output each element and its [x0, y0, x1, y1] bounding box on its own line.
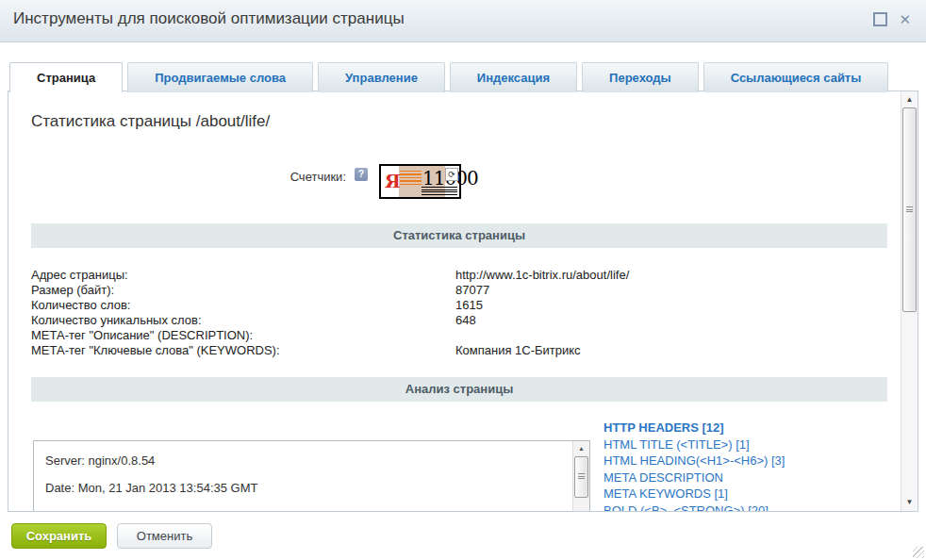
- tab-content-panel: Статистика страницы /about/life/ Счетчик…: [8, 91, 918, 512]
- link-html-title[interactable]: HTML TITLE (<TITLE>) [1]: [604, 436, 905, 453]
- window-controls: ✕: [873, 12, 911, 26]
- scroll-up-icon[interactable]: ▲: [901, 92, 918, 107]
- link-bold-tags[interactable]: BOLD (<B>, <STRONG>) [20]: [604, 502, 905, 513]
- yandex-counter-badge[interactable]: Я 11000 ⟳: [379, 164, 461, 199]
- thumb-grip: [578, 473, 585, 481]
- table-row: Размер (байт): 87077: [31, 283, 899, 298]
- http-headers-box[interactable]: Server: nginx/0.8.54 Date: Mon, 21 Jan 2…: [33, 440, 590, 512]
- analysis-links-list: HTTP HEADERS [12] HTML TITLE (<TITLE>) […: [604, 420, 905, 512]
- cancel-button[interactable]: Отменить: [117, 523, 212, 549]
- scroll-thumb[interactable]: [902, 107, 917, 312]
- tab-page[interactable]: Страница: [9, 62, 123, 92]
- maximize-icon[interactable]: [873, 12, 887, 26]
- thumb-grip: [906, 206, 913, 214]
- tab-referring-sites[interactable]: Ссылающиеся сайты: [703, 62, 889, 92]
- tab-promoted-words[interactable]: Продвигаемые слова: [127, 62, 313, 92]
- link-http-headers[interactable]: HTTP HEADERS [12]: [604, 420, 905, 436]
- badge-lines: [422, 187, 457, 195]
- page-heading: Статистика страницы /about/life/: [31, 112, 270, 131]
- tab-management[interactable]: Управление: [318, 62, 445, 92]
- scroll-up-icon[interactable]: ▲: [573, 441, 589, 456]
- close-icon[interactable]: ✕: [899, 12, 911, 26]
- stat-value: 87077: [455, 283, 489, 298]
- stat-label: МЕТА-тег "Ключевые слова" (KEYWORDS):: [31, 343, 455, 358]
- counters-label: Счетчики:: [31, 164, 346, 184]
- stat-label: Размер (байт):: [31, 283, 455, 298]
- table-row: Количество слов: 1615: [31, 298, 899, 313]
- dialog-footer: Сохранить Отменить: [0, 512, 926, 560]
- save-button[interactable]: Сохранить: [11, 523, 107, 549]
- stat-label: Количество уникальных слов:: [31, 313, 455, 328]
- yandex-logo-letter: Я: [385, 170, 401, 192]
- link-html-heading[interactable]: HTML HEADING(<H1>-<H6>) [3]: [604, 453, 905, 469]
- dialog-title: Инструменты для поисковой оптимизации ст…: [13, 9, 405, 28]
- stats-section-header: Статистика страницы: [31, 223, 887, 248]
- table-row: МЕТА-тег "Описание" (DESCRIPTION):: [31, 328, 899, 343]
- badge-stripes: [400, 171, 422, 185]
- analysis-section-header: Анализ страницы: [31, 377, 887, 402]
- counters-row: Счетчики: ? Я 11000 ⟳: [31, 164, 461, 199]
- stat-label: МЕТА-тег "Описание" (DESCRIPTION):: [31, 328, 455, 343]
- scroll-down-icon[interactable]: ▼: [901, 495, 918, 510]
- stats-table: Адрес страницы: http://www.1c-bitrix.ru/…: [31, 268, 899, 358]
- table-row: Количество уникальных слов: 648: [31, 313, 899, 328]
- tab-indexing[interactable]: Индексация: [450, 62, 577, 92]
- header-line: Date: Mon, 21 Jan 2013 13:54:35 GMT: [45, 482, 578, 495]
- header-line: Server: nginx/0.8.54: [45, 454, 578, 468]
- table-row: МЕТА-тег "Ключевые слова" (KEYWORDS): Ко…: [31, 343, 899, 358]
- http-headers-text: Server: nginx/0.8.54 Date: Mon, 21 Jan 2…: [34, 441, 589, 512]
- tab-transitions[interactable]: Переходы: [582, 62, 699, 92]
- box-scrollbar[interactable]: ▲: [572, 441, 589, 512]
- link-meta-keywords[interactable]: META KEYWORDS [1]: [604, 486, 905, 502]
- dialog-titlebar: Инструменты для поисковой оптимизации ст…: [0, 0, 926, 42]
- scroll-thumb[interactable]: [574, 456, 588, 498]
- refresh-icon[interactable]: ⟳: [445, 168, 458, 181]
- stat-label: Количество слов:: [31, 298, 455, 313]
- stat-value: 648: [455, 313, 476, 328]
- analysis-area: Server: nginx/0.8.54 Date: Mon, 21 Jan 2…: [8, 415, 918, 512]
- stat-label: Адрес страницы:: [31, 268, 455, 283]
- table-row: Адрес страницы: http://www.1c-bitrix.ru/…: [31, 268, 899, 283]
- help-icon[interactable]: ?: [355, 168, 368, 181]
- panel-scrollbar[interactable]: ▲ ▼: [901, 91, 918, 511]
- stat-value: http://www.1c-bitrix.ru/about/life/: [455, 268, 629, 283]
- resize-grip-icon[interactable]: [913, 547, 924, 558]
- stat-value: Компания 1С-Битрикс: [455, 343, 581, 358]
- stat-value: 1615: [455, 298, 483, 313]
- link-meta-description[interactable]: META DESCRIPTION: [604, 469, 905, 486]
- tab-bar: Страница Продвигаемые слова Управление И…: [9, 62, 888, 92]
